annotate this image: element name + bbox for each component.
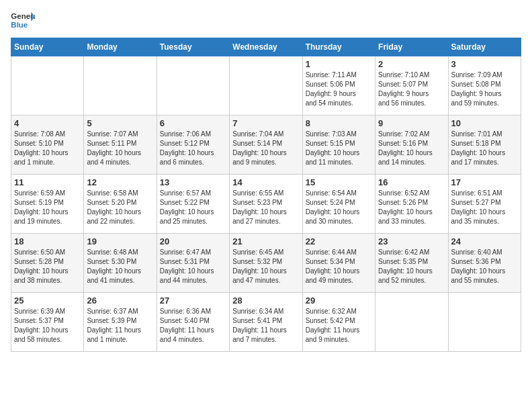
calendar-cell	[84, 56, 157, 116]
calendar-cell: 19Sunrise: 6:48 AM Sunset: 5:30 PM Dayli…	[84, 234, 157, 293]
day-header-tuesday: Tuesday	[157, 38, 229, 56]
calendar-header-row: SundayMondayTuesdayWednesdayThursdayFrid…	[11, 38, 521, 56]
calendar-table: SundayMondayTuesdayWednesdayThursdayFrid…	[11, 38, 521, 352]
day-info: Sunrise: 6:50 AM Sunset: 5:28 PM Dayligh…	[14, 248, 81, 285]
calendar-cell: 29Sunrise: 6:32 AM Sunset: 5:42 PM Dayli…	[302, 293, 375, 352]
calendar-cell: 2Sunrise: 7:10 AM Sunset: 5:07 PM Daylig…	[375, 56, 448, 116]
day-number: 29	[306, 295, 372, 306]
day-number: 28	[232, 295, 299, 306]
day-info: Sunrise: 6:44 AM Sunset: 5:34 PM Dayligh…	[306, 248, 372, 285]
day-info: Sunrise: 6:40 AM Sunset: 5:36 PM Dayligh…	[451, 248, 518, 285]
day-info: Sunrise: 7:06 AM Sunset: 5:12 PM Dayligh…	[160, 130, 226, 167]
day-number: 9	[378, 118, 445, 128]
calendar-week-2: 4Sunrise: 7:08 AM Sunset: 5:10 PM Daylig…	[11, 116, 521, 175]
day-info: Sunrise: 7:02 AM Sunset: 5:16 PM Dayligh…	[378, 130, 445, 167]
day-info: Sunrise: 6:52 AM Sunset: 5:26 PM Dayligh…	[378, 189, 445, 226]
day-info: Sunrise: 6:55 AM Sunset: 5:23 PM Dayligh…	[232, 189, 299, 226]
calendar-cell: 1Sunrise: 7:11 AM Sunset: 5:06 PM Daylig…	[302, 56, 375, 116]
day-number: 4	[14, 118, 81, 128]
day-number: 13	[160, 177, 226, 187]
day-info: Sunrise: 7:08 AM Sunset: 5:10 PM Dayligh…	[14, 130, 81, 167]
calendar-cell: 7Sunrise: 7:04 AM Sunset: 5:14 PM Daylig…	[230, 116, 302, 175]
day-header-wednesday: Wednesday	[230, 38, 302, 56]
day-number: 14	[232, 177, 299, 187]
calendar-cell: 11Sunrise: 6:59 AM Sunset: 5:19 PM Dayli…	[11, 175, 84, 234]
calendar-cell: 10Sunrise: 7:01 AM Sunset: 5:18 PM Dayli…	[448, 116, 521, 175]
day-info: Sunrise: 6:36 AM Sunset: 5:40 PM Dayligh…	[160, 307, 226, 345]
day-number: 25	[14, 295, 81, 306]
calendar-cell: 27Sunrise: 6:36 AM Sunset: 5:40 PM Dayli…	[157, 293, 229, 352]
calendar-cell: 6Sunrise: 7:06 AM Sunset: 5:12 PM Daylig…	[157, 116, 229, 175]
calendar-cell: 20Sunrise: 6:47 AM Sunset: 5:31 PM Dayli…	[157, 234, 229, 293]
calendar-cell	[157, 56, 229, 116]
calendar-cell: 14Sunrise: 6:55 AM Sunset: 5:23 PM Dayli…	[230, 175, 302, 234]
calendar-cell	[230, 56, 302, 116]
calendar-week-4: 18Sunrise: 6:50 AM Sunset: 5:28 PM Dayli…	[11, 234, 521, 293]
day-info: Sunrise: 6:48 AM Sunset: 5:30 PM Dayligh…	[87, 248, 153, 285]
calendar-cell: 9Sunrise: 7:02 AM Sunset: 5:16 PM Daylig…	[375, 116, 448, 175]
day-info: Sunrise: 7:11 AM Sunset: 5:06 PM Dayligh…	[306, 71, 372, 108]
calendar-cell	[11, 56, 84, 116]
day-number: 24	[451, 236, 518, 246]
calendar-week-3: 11Sunrise: 6:59 AM Sunset: 5:19 PM Dayli…	[11, 175, 521, 234]
day-info: Sunrise: 7:07 AM Sunset: 5:11 PM Dayligh…	[87, 130, 153, 167]
calendar-cell: 24Sunrise: 6:40 AM Sunset: 5:36 PM Dayli…	[448, 234, 521, 293]
calendar-week-1: 1Sunrise: 7:11 AM Sunset: 5:06 PM Daylig…	[11, 56, 521, 116]
day-number: 12	[87, 177, 153, 187]
day-number: 20	[160, 236, 226, 246]
logo-icon: General Blue	[11, 11, 35, 31]
day-info: Sunrise: 6:39 AM Sunset: 5:37 PM Dayligh…	[14, 307, 81, 345]
day-info: Sunrise: 7:03 AM Sunset: 5:15 PM Dayligh…	[306, 130, 372, 167]
day-number: 23	[378, 236, 445, 246]
day-number: 2	[378, 59, 445, 69]
day-number: 6	[160, 118, 226, 128]
day-number: 26	[87, 295, 153, 306]
calendar-cell: 15Sunrise: 6:54 AM Sunset: 5:24 PM Dayli…	[302, 175, 375, 234]
calendar-cell: 12Sunrise: 6:58 AM Sunset: 5:20 PM Dayli…	[84, 175, 157, 234]
day-number: 18	[14, 236, 81, 246]
day-header-friday: Friday	[375, 38, 448, 56]
day-header-thursday: Thursday	[302, 38, 375, 56]
day-number: 1	[306, 59, 372, 69]
day-info: Sunrise: 6:54 AM Sunset: 5:24 PM Dayligh…	[306, 189, 372, 226]
logo: General Blue	[11, 11, 35, 31]
day-number: 16	[378, 177, 445, 187]
day-number: 11	[14, 177, 81, 187]
calendar-cell: 21Sunrise: 6:45 AM Sunset: 5:32 PM Dayli…	[230, 234, 302, 293]
header: General Blue	[11, 11, 521, 31]
day-number: 19	[87, 236, 153, 246]
day-number: 3	[451, 59, 518, 69]
day-info: Sunrise: 6:34 AM Sunset: 5:41 PM Dayligh…	[232, 307, 299, 345]
day-info: Sunrise: 6:45 AM Sunset: 5:32 PM Dayligh…	[232, 248, 299, 285]
day-number: 15	[306, 177, 372, 187]
calendar-cell: 17Sunrise: 6:51 AM Sunset: 5:27 PM Dayli…	[448, 175, 521, 234]
day-info: Sunrise: 6:37 AM Sunset: 5:39 PM Dayligh…	[87, 307, 153, 345]
calendar-cell: 25Sunrise: 6:39 AM Sunset: 5:37 PM Dayli…	[11, 293, 84, 352]
day-info: Sunrise: 7:04 AM Sunset: 5:14 PM Dayligh…	[232, 130, 299, 167]
calendar-cell: 5Sunrise: 7:07 AM Sunset: 5:11 PM Daylig…	[84, 116, 157, 175]
day-number: 7	[232, 118, 299, 128]
day-header-monday: Monday	[84, 38, 157, 56]
calendar-cell: 26Sunrise: 6:37 AM Sunset: 5:39 PM Dayli…	[84, 293, 157, 352]
calendar-cell: 13Sunrise: 6:57 AM Sunset: 5:22 PM Dayli…	[157, 175, 229, 234]
calendar-week-5: 25Sunrise: 6:39 AM Sunset: 5:37 PM Dayli…	[11, 293, 521, 352]
svg-text:Blue: Blue	[11, 21, 28, 29]
calendar-cell	[448, 293, 521, 352]
day-number: 8	[306, 118, 372, 128]
day-info: Sunrise: 7:09 AM Sunset: 5:08 PM Dayligh…	[451, 71, 518, 108]
day-number: 5	[87, 118, 153, 128]
day-header-saturday: Saturday	[448, 38, 521, 56]
day-number: 22	[306, 236, 372, 246]
calendar-cell	[375, 293, 448, 352]
day-info: Sunrise: 7:01 AM Sunset: 5:18 PM Dayligh…	[451, 130, 518, 167]
day-number: 17	[451, 177, 518, 187]
day-number: 27	[160, 295, 226, 306]
calendar-cell: 4Sunrise: 7:08 AM Sunset: 5:10 PM Daylig…	[11, 116, 84, 175]
day-info: Sunrise: 7:10 AM Sunset: 5:07 PM Dayligh…	[378, 71, 445, 108]
day-number: 10	[451, 118, 518, 128]
calendar-cell: 22Sunrise: 6:44 AM Sunset: 5:34 PM Dayli…	[302, 234, 375, 293]
day-info: Sunrise: 6:57 AM Sunset: 5:22 PM Dayligh…	[160, 189, 226, 226]
day-info: Sunrise: 6:32 AM Sunset: 5:42 PM Dayligh…	[306, 307, 372, 345]
day-info: Sunrise: 6:51 AM Sunset: 5:27 PM Dayligh…	[451, 189, 518, 226]
day-info: Sunrise: 6:58 AM Sunset: 5:20 PM Dayligh…	[87, 189, 153, 226]
